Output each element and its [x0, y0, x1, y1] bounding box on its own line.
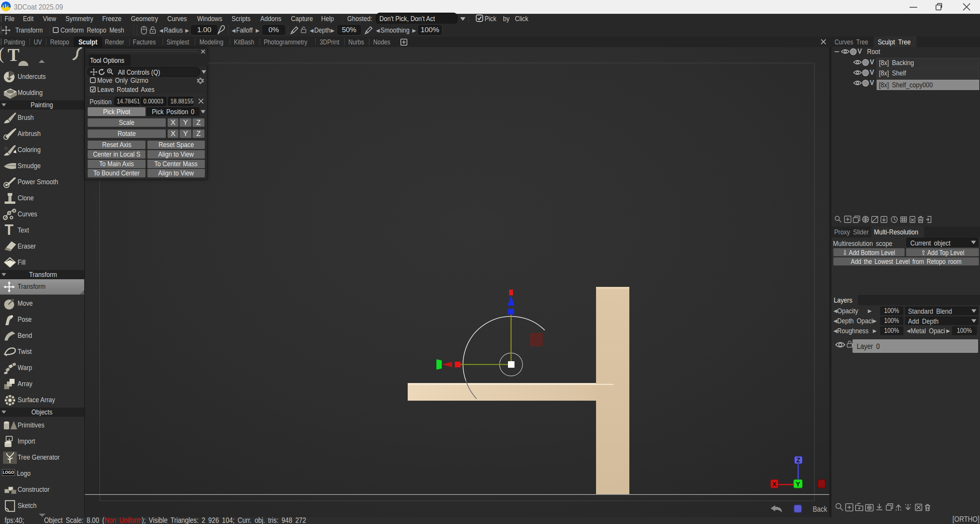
svg-text:Z: Z [796, 457, 800, 464]
svg-text:Y: Y [796, 481, 800, 488]
svg-text:X: X [772, 481, 777, 488]
